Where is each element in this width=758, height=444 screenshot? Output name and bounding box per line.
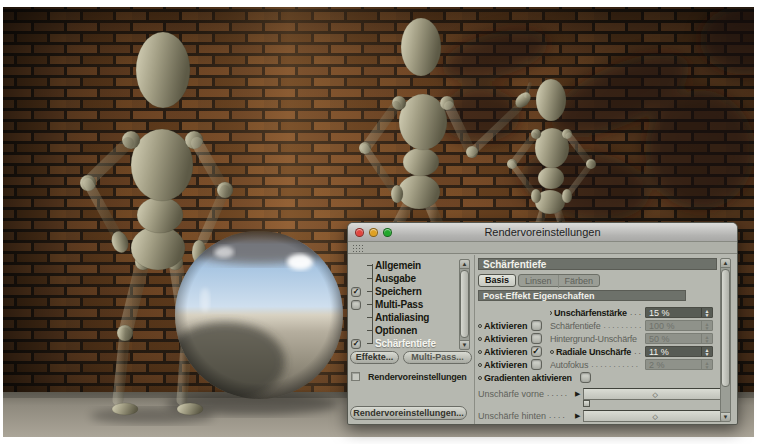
activate-label: Aktivieren	[484, 347, 528, 357]
close-button[interactable]	[355, 228, 364, 237]
tree-twig	[367, 330, 373, 331]
param-row-hintergrund-unschaerfe: Aktivieren Hintergrund-Unschärfe 50 % ▲▼	[478, 332, 713, 345]
activate-checkbox[interactable]	[531, 359, 542, 370]
tree-twig	[367, 343, 373, 344]
value-stepper[interactable]: ▲▼	[701, 347, 712, 356]
activate-label: Aktivieren	[484, 321, 528, 331]
gradient-knot-icon[interactable]: ◇	[652, 390, 657, 399]
value-text[interactable]: 15 %	[646, 308, 701, 317]
expand-arrow-icon[interactable]: ▶	[575, 390, 580, 398]
tab-basis[interactable]: Basis	[478, 274, 516, 287]
value-field[interactable]: 15 % ▲▼	[645, 307, 713, 318]
stepper-down-icon: ▼	[705, 339, 710, 343]
gradient-bar[interactable]: ◇	[583, 388, 727, 400]
anim-dot-icon[interactable]	[478, 337, 482, 341]
gradient-knot-icon[interactable]: ◇	[652, 412, 657, 421]
sidebar-item-speichern[interactable]: ✓ Speichern	[348, 285, 459, 298]
grid-handle-icon[interactable]	[352, 244, 365, 252]
parameter-rows: Unschärfenstärke . . . 15 % ▲▼ Aktiviere…	[478, 306, 713, 384]
value-field[interactable]: 100 % ▲▼	[645, 320, 713, 331]
param-row-schaerfentiefe: Aktivieren Schärfentiefe . . . . . . . .…	[478, 319, 713, 332]
anim-dot-icon[interactable]	[550, 311, 552, 315]
section-header: Post-Effekt Eigenschaften	[478, 290, 686, 301]
param-row-autofokus: Aktivieren Autofokus . . . . . . . . . .…	[478, 358, 713, 371]
sidebar-item-optionen[interactable]: Optionen	[348, 324, 459, 337]
param-row-radiale-unschaerfe: Aktivieren ✓ Radiale Unschärfe . . . 11 …	[478, 345, 713, 358]
activate-checkbox[interactable]: ✓	[531, 346, 542, 357]
tree-twig	[367, 317, 373, 318]
value-field[interactable]: 2 % ▲▼	[645, 359, 713, 370]
activate-checkbox[interactable]	[531, 333, 542, 344]
value-stepper[interactable]: ▲▼	[701, 321, 712, 330]
enable-checkbox[interactable]: ✓	[351, 287, 361, 297]
dotted-leader: . . .	[630, 308, 641, 317]
value-stepper[interactable]: ▲▼	[701, 334, 712, 343]
scrollbar-thumb[interactable]	[721, 269, 730, 387]
tree-twig	[367, 278, 373, 279]
dotted-leader: . . . .	[549, 411, 565, 420]
anim-dot-icon[interactable]	[478, 376, 482, 380]
sidebar-item-antialiasing[interactable]: Antialiasing	[348, 311, 459, 324]
effects-button[interactable]: Effekte...	[350, 351, 399, 364]
depth-of-field-panel: Schärfentiefe Basis Linsen Färben Post-E…	[476, 255, 737, 424]
dotted-leader: . . .	[634, 347, 641, 356]
param-label: Unschärfe hinten	[478, 411, 546, 421]
gradient-handles	[583, 400, 727, 407]
effect-buttons: Effekte... Multi-Pass...	[350, 351, 472, 364]
stepper-down-icon: ▼	[705, 365, 710, 369]
scroll-up-icon[interactable]: ▲	[721, 259, 730, 268]
tab-linsen[interactable]: Linsen	[519, 275, 559, 288]
value-stepper[interactable]: ▲▼	[701, 308, 712, 317]
render-settings-button[interactable]: Rendervoreinstellungen...	[350, 406, 467, 420]
screenshot-frame: Rendervoreinstellungen Allgemein Ausgabe…	[0, 0, 758, 444]
param-label: Radiale Unschärfe	[556, 347, 631, 357]
enable-checkbox[interactable]	[351, 300, 361, 310]
value-stepper[interactable]: ▲▼	[701, 360, 712, 369]
expand-arrow-icon[interactable]: ▶	[575, 412, 580, 420]
gradient-bar[interactable]: ◇	[583, 410, 727, 422]
anim-dot-icon[interactable]	[478, 324, 482, 328]
param-label: Gradienten aktivieren	[484, 373, 572, 383]
zoom-button[interactable]	[383, 228, 392, 237]
stepper-down-icon: ▼	[705, 352, 710, 356]
value-text[interactable]: 50 %	[646, 334, 701, 343]
minimize-button[interactable]	[369, 228, 378, 237]
sidebar-scrollbar[interactable]: ▲ ▼	[459, 259, 470, 350]
enable-checkbox[interactable]: ✓	[351, 339, 361, 349]
param-label: Unschärfenstärke	[554, 308, 627, 318]
param-label: Unschärfe vorne	[478, 389, 544, 399]
sidebar-item-multipass[interactable]: Multi-Pass	[348, 298, 459, 311]
toolbar-strip	[348, 242, 737, 254]
dialog-body: Allgemein Ausgabe ✓ Speichern Multi-Pass	[348, 255, 737, 424]
panel-scrollbar[interactable]: ▲ ▼	[720, 258, 731, 422]
scroll-down-icon[interactable]: ▼	[721, 412, 730, 421]
anim-dot-icon[interactable]	[478, 350, 482, 354]
gradient-handle-left[interactable]	[583, 400, 590, 407]
tab-faerben[interactable]: Färben	[559, 275, 600, 288]
window-titlebar[interactable]: Rendervoreinstellungen	[348, 223, 737, 242]
tree-twig	[367, 291, 373, 292]
value-text[interactable]: 100 %	[646, 321, 701, 330]
scrollbar-thumb[interactable]	[460, 270, 469, 338]
scroll-up-icon[interactable]: ▲	[460, 260, 469, 269]
anim-dot-icon[interactable]	[550, 350, 554, 354]
value-field[interactable]: 50 % ▲▼	[645, 333, 713, 344]
panel-divider	[474, 255, 475, 424]
tree-twig	[367, 265, 373, 266]
anim-dot-icon[interactable]	[478, 363, 482, 367]
gradient-enable-checkbox[interactable]	[580, 372, 591, 383]
param-label: Autofokus	[550, 360, 588, 370]
value-text[interactable]: 2 %	[646, 360, 701, 369]
dotted-leader: . . . . . . . . . . .	[591, 360, 638, 369]
render-settings-tree-item[interactable]: Rendervoreinstellungen	[351, 370, 472, 383]
activate-checkbox[interactable]	[531, 320, 542, 331]
panel-title-bar: Schärfentiefe	[478, 258, 717, 270]
scroll-down-icon[interactable]: ▼	[460, 340, 469, 349]
value-text[interactable]: 11 %	[646, 347, 701, 356]
sidebar-item-ausgabe[interactable]: Ausgabe	[348, 272, 459, 285]
multipass-button[interactable]: Multi-Pass...	[403, 351, 472, 364]
value-field[interactable]: 11 % ▲▼	[645, 346, 713, 357]
sidebar-item-schaerfentiefe[interactable]: ✓ Schärfentiefe	[348, 337, 459, 350]
activate-label: Aktivieren	[484, 360, 528, 370]
sidebar-item-allgemein[interactable]: Allgemein	[348, 259, 459, 272]
